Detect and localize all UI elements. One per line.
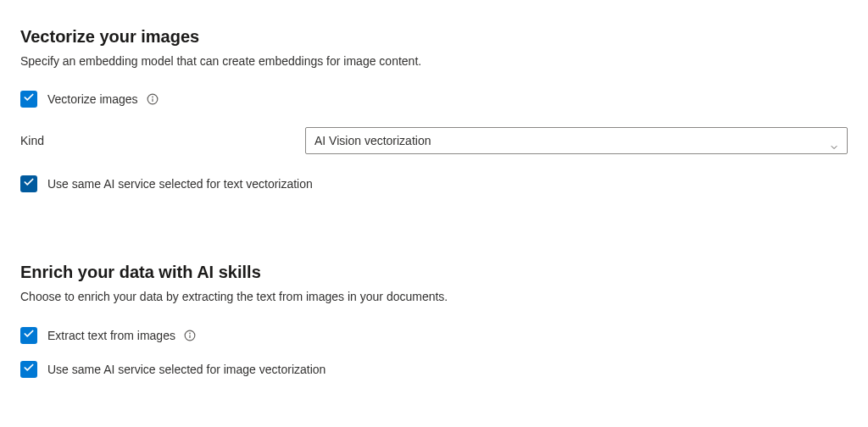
use-same-service-text-checkbox[interactable] <box>20 175 37 192</box>
info-icon[interactable] <box>147 93 159 105</box>
kind-label: Kind <box>20 134 305 147</box>
extract-text-checkbox[interactable] <box>20 327 37 344</box>
section-enrich-ai-skills: Enrich your data with AI skills Choose t… <box>20 261 848 378</box>
kind-field-row: Kind AI Vision vectorization <box>20 127 848 154</box>
kind-select[interactable]: AI Vision vectorization <box>305 127 848 154</box>
use-same-service-image-label[interactable]: Use same AI service selected for image v… <box>47 361 326 378</box>
vectorize-title: Vectorize your images <box>20 25 848 47</box>
chevron-down-icon <box>829 136 839 146</box>
info-icon[interactable] <box>184 330 196 341</box>
enrich-subtitle: Choose to enrich your data by extracting… <box>20 288 848 305</box>
vectorize-images-label[interactable]: Vectorize images <box>47 91 138 108</box>
kind-select-value: AI Vision vectorization <box>314 128 431 153</box>
checkmark-icon <box>23 176 35 191</box>
svg-point-2 <box>152 97 153 97</box>
use-same-service-text-label[interactable]: Use same AI service selected for text ve… <box>47 175 313 192</box>
use-same-service-image-checkbox[interactable] <box>20 361 37 378</box>
vectorize-images-checkbox[interactable] <box>20 91 37 108</box>
svg-point-5 <box>190 333 191 334</box>
section-vectorize-images: Vectorize your images Specify an embeddi… <box>20 25 848 193</box>
checkmark-icon <box>23 92 35 107</box>
vectorize-subtitle: Specify an embedding model that can crea… <box>20 53 848 69</box>
checkmark-icon <box>23 362 35 377</box>
enrich-title: Enrich your data with AI skills <box>20 261 848 283</box>
checkmark-icon <box>23 328 35 343</box>
extract-text-label[interactable]: Extract text from images <box>47 327 175 344</box>
